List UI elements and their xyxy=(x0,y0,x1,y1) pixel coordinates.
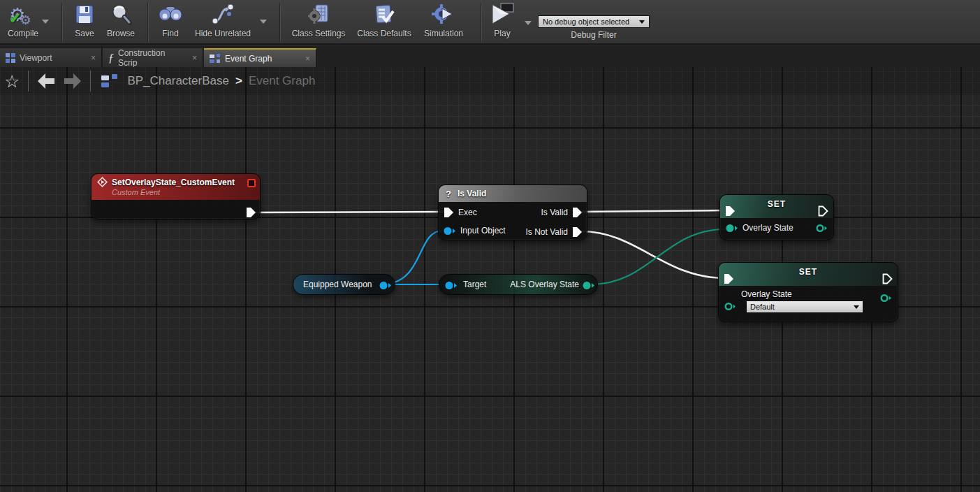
exec-pin-label: Exec xyxy=(458,208,477,217)
hide-unrelated-label: Hide Unrelated xyxy=(195,29,251,38)
exec-out-pin[interactable] xyxy=(818,205,828,217)
toolbar-separator xyxy=(481,3,482,42)
node-als-overlay-state[interactable]: Target ALS Overlay State xyxy=(439,274,598,295)
gear-icon xyxy=(26,7,37,22)
blueprint-editor-window: Compile Save Browse Find xyxy=(0,0,980,492)
is-not-valid-out-pin[interactable]: Is Not Valid xyxy=(526,226,583,238)
overlay-state-pin-label: Overlay State xyxy=(743,223,793,233)
wire-exec-isnotvalid-to-set2 xyxy=(581,231,725,278)
tab-event-graph-label: Event Graph xyxy=(225,54,272,64)
toolbar-separator xyxy=(61,3,63,42)
class-defaults-icon xyxy=(372,1,396,28)
wire-exec-isvalid-to-set1 xyxy=(581,210,725,212)
enum-out-pin[interactable] xyxy=(583,281,595,290)
question-mark-icon: ? xyxy=(439,189,451,199)
wire-object-equippedweapon-to-inputobject xyxy=(384,231,443,284)
main-toolbar: Compile Save Browse Find xyxy=(0,0,980,45)
class-settings-button[interactable]: Class Settings xyxy=(288,1,349,43)
hide-unrelated-button[interactable]: Hide Unrelated xyxy=(190,1,256,43)
tab-viewport[interactable]: Viewport × xyxy=(0,48,102,67)
hide-unrelated-options-arrow-icon[interactable] xyxy=(260,20,267,24)
node-is-valid[interactable]: ? Is Valid Exec Input Object Is Valid Is… xyxy=(438,184,587,240)
tab-event-graph[interactable]: Event Graph × xyxy=(204,48,316,67)
function-icon xyxy=(108,52,114,64)
overlay-state-in-pin[interactable] xyxy=(724,302,736,311)
overlay-state-value-dropdown[interactable]: Default xyxy=(746,301,863,313)
exec-out-pin[interactable] xyxy=(882,273,893,284)
tab-close-icon[interactable]: × xyxy=(298,54,310,64)
node-set-overlay-state-2[interactable]: SET Overlay State Default xyxy=(718,262,898,322)
combo-arrow-icon xyxy=(639,20,645,24)
is-valid-header: ? Is Valid xyxy=(439,185,587,202)
custom-event-subtitle: Custom Event xyxy=(92,187,260,196)
overlay-state-in-pin[interactable]: Overlay State xyxy=(726,223,793,233)
target-in-pin[interactable] xyxy=(445,281,458,290)
custom-event-title: SetOverlayState_CustomEvent xyxy=(112,178,235,187)
dropdown-arrow-icon xyxy=(854,305,859,309)
input-object-pin[interactable]: Input Object xyxy=(444,226,506,236)
toolbar-separator xyxy=(147,3,149,42)
exec-in-pin[interactable] xyxy=(724,273,734,284)
is-valid-title: Is Valid xyxy=(451,189,486,198)
debug-object-combo-value: No debug object selected xyxy=(543,17,639,26)
set-title: SET xyxy=(720,195,833,209)
event-enabled-indicator[interactable] xyxy=(247,179,256,187)
node-equipped-weapon[interactable]: Equipped Weapon xyxy=(293,274,395,295)
tab-construction-script[interactable]: Construction Scrip × xyxy=(103,48,203,67)
save-icon xyxy=(73,1,96,28)
is-valid-out-pin[interactable]: Is Valid xyxy=(541,207,583,218)
compile-options-arrow-icon[interactable] xyxy=(42,20,49,24)
custom-event-header: SetOverlayState_CustomEvent Custom Event xyxy=(92,174,260,200)
overlay-state-out-pin[interactable] xyxy=(880,294,892,303)
class-defaults-label: Class Defaults xyxy=(357,29,411,38)
overlay-state-pin-label: Overlay State xyxy=(741,289,792,299)
simulation-label: Simulation xyxy=(424,29,463,38)
tab-viewport-label: Viewport xyxy=(20,53,52,63)
node-set-overlay-state-1[interactable]: SET Overlay State xyxy=(719,194,834,240)
class-defaults-button[interactable]: Class Defaults xyxy=(352,1,416,43)
simulation-button[interactable]: Simulation xyxy=(418,1,469,43)
toolbar-separator xyxy=(279,3,281,42)
browse-icon xyxy=(109,1,133,28)
event-graph-canvas[interactable]: BP_CharacterBase > Event Graph SetOverla… xyxy=(0,67,980,492)
compile-label: Compile xyxy=(8,29,38,38)
find-label: Find xyxy=(162,29,178,38)
is-valid-out-label: Is Valid xyxy=(541,208,568,217)
class-settings-icon xyxy=(307,1,330,28)
play-button[interactable]: Play xyxy=(486,1,518,43)
custom-event-icon xyxy=(97,177,108,187)
play-label: Play xyxy=(494,29,510,38)
exec-out-pin[interactable] xyxy=(246,207,256,218)
node-custom-event[interactable]: SetOverlayState_CustomEvent Custom Event xyxy=(91,173,261,219)
browse-label: Browse xyxy=(107,29,135,38)
compile-button[interactable]: Compile xyxy=(3,1,43,43)
save-label: Save xyxy=(75,29,94,38)
set-header: SET xyxy=(720,195,833,218)
tab-construction-label: Construction Scrip xyxy=(118,48,181,68)
tab-close-icon[interactable]: × xyxy=(185,53,197,63)
set-title: SET xyxy=(719,263,898,277)
exec-in-pin[interactable] xyxy=(725,205,736,217)
debug-object-combo[interactable]: No debug object selected xyxy=(538,15,650,28)
save-button[interactable]: Save xyxy=(68,1,101,43)
class-settings-label: Class Settings xyxy=(292,29,346,38)
play-options-arrow-icon[interactable] xyxy=(525,21,532,25)
find-button[interactable]: Find xyxy=(154,1,187,43)
exec-in-pin[interactable]: Exec xyxy=(444,207,477,218)
tab-close-icon[interactable]: × xyxy=(84,53,96,63)
input-object-pin-label: Input Object xyxy=(460,226,506,236)
overlay-state-value: Default xyxy=(750,303,849,311)
play-icon xyxy=(488,1,516,28)
set-header: SET xyxy=(719,263,898,286)
find-icon xyxy=(158,1,183,28)
is-not-valid-out-label: Is Not Valid xyxy=(526,227,568,237)
wire-exec-event-to-isvalid xyxy=(253,212,444,212)
object-out-pin[interactable] xyxy=(379,281,392,290)
viewport-icon xyxy=(6,53,15,63)
browse-button[interactable]: Browse xyxy=(102,1,140,43)
document-tabbar: Viewport × Construction Scrip × Event Gr… xyxy=(0,46,980,67)
hide-unrelated-icon xyxy=(210,1,235,28)
overlay-state-out-pin[interactable] xyxy=(816,224,828,233)
equipped-weapon-label: Equipped Weapon xyxy=(293,280,372,289)
compile-icon xyxy=(8,1,38,28)
